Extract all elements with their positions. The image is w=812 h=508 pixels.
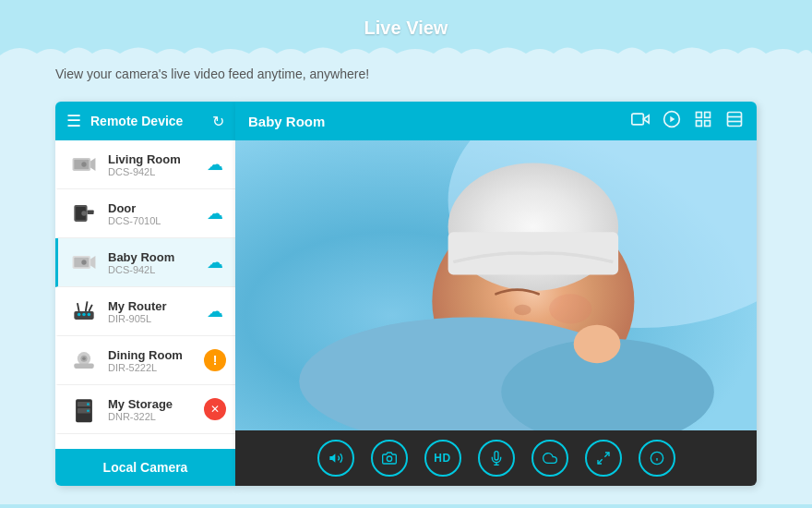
svg-rect-20: [74, 364, 93, 369]
device-model-my-storage: DNR-322L: [108, 411, 197, 422]
svg-rect-32: [705, 112, 710, 117]
svg-rect-28: [632, 114, 644, 125]
svg-point-16: [78, 313, 81, 317]
hd-label: HD: [434, 452, 450, 465]
svg-point-43: [514, 305, 531, 316]
svg-rect-34: [705, 120, 710, 126]
status-icon-my-router: ☁: [204, 300, 226, 322]
cloud-icon: ☁: [207, 252, 223, 272]
device-list: Living Room DCS-942L ☁: [55, 140, 235, 449]
svg-marker-48: [329, 454, 335, 462]
local-camera-button[interactable]: Local Camera: [55, 449, 235, 486]
svg-rect-7: [88, 210, 94, 213]
main-content: ☰ Remote Device ↻ Living Room DCS-942L: [0, 92, 812, 504]
device-info-door: Door DCS-7010L: [108, 201, 197, 226]
device-name-dining-room: Dining Room: [108, 348, 197, 362]
device-name-door: Door: [108, 201, 197, 215]
device-item-door[interactable]: Door DCS-7010L ☁: [55, 189, 235, 238]
device-icon-living-room: [67, 148, 101, 181]
device-item-baby-room[interactable]: Baby Room DCS-942L ☁: [55, 238, 235, 287]
cloud-decoration: [0, 37, 812, 55]
svg-point-11: [81, 260, 86, 264]
svg-point-49: [387, 456, 391, 461]
video-controls-top: [631, 110, 744, 133]
warning-icon: !: [213, 353, 218, 368]
device-item-dining-room[interactable]: Dining Room DIR-5222L !: [55, 336, 235, 385]
video-area: [235, 140, 757, 430]
device-model-baby-room: DCS-942L: [108, 264, 197, 275]
settings-button[interactable]: [531, 440, 568, 477]
menu-icon[interactable]: ☰: [66, 113, 81, 129]
status-icon-dining-room: !: [204, 349, 226, 371]
video-controls-bottom: HD: [235, 430, 757, 486]
status-icon-door: ☁: [204, 202, 226, 224]
play-icon[interactable]: [663, 110, 681, 133]
svg-point-26: [87, 403, 90, 405]
device-icon-dining-room: [67, 344, 101, 377]
subtitle-text: View your camera's live video feed anyti…: [55, 67, 369, 81]
svg-line-52: [604, 453, 609, 457]
device-name-my-router: My Router: [108, 299, 197, 313]
svg-point-22: [82, 357, 86, 360]
video-header: Baby Room: [235, 102, 757, 140]
video-feed: [235, 140, 757, 430]
svg-marker-30: [670, 115, 675, 122]
svg-rect-31: [697, 112, 702, 117]
device-model-living-room: DCS-942L: [108, 166, 197, 177]
device-info-dining-room: Dining Room DIR-5222L: [108, 348, 197, 373]
device-item-my-storage[interactable]: My Storage DNR-322L ✕: [55, 385, 235, 434]
top-bar: Live View: [0, 0, 812, 55]
hd-button[interactable]: HD: [424, 440, 461, 477]
device-model-door: DCS-7010L: [108, 215, 197, 226]
volume-button[interactable]: [317, 440, 354, 477]
svg-point-18: [88, 313, 91, 317]
svg-point-27: [87, 409, 90, 412]
device-icon-my-router: [67, 295, 101, 328]
right-panel: Baby Room: [235, 102, 757, 486]
device-icon-baby-room: [67, 246, 101, 279]
svg-line-53: [598, 459, 603, 464]
device-icon-my-storage: [67, 393, 101, 426]
snapshot-button[interactable]: [371, 440, 408, 477]
svg-rect-35: [728, 112, 742, 126]
cloud-icon: ☁: [207, 203, 223, 224]
info-button[interactable]: [639, 440, 675, 477]
svg-point-3: [81, 162, 86, 166]
device-info-my-storage: My Storage DNR-322L: [108, 397, 197, 422]
local-camera-label: Local Camera: [103, 460, 188, 475]
error-icon: ✕: [210, 403, 220, 416]
status-icon-my-storage: ✕: [204, 398, 226, 420]
status-icon-baby-room: ☁: [204, 251, 226, 273]
svg-point-44: [549, 294, 591, 323]
svg-line-15: [89, 305, 92, 311]
cloud-icon: ☁: [207, 154, 223, 175]
device-item-living-room[interactable]: Living Room DCS-942L ☁: [55, 140, 235, 189]
app-title: Live View: [364, 18, 448, 39]
svg-marker-10: [90, 256, 95, 269]
device-info-living-room: Living Room DCS-942L: [108, 152, 197, 177]
panel-title: Remote Device: [90, 114, 203, 128]
cloud-icon: ☁: [207, 301, 223, 321]
svg-rect-33: [697, 120, 702, 126]
subtitle-bar: View your camera's live video feed anyti…: [0, 55, 812, 92]
panel-header: ☰ Remote Device ↻: [55, 102, 235, 140]
device-name-living-room: Living Room: [108, 152, 197, 166]
status-icon-living-room: ☁: [204, 153, 226, 175]
device-name-baby-room: Baby Room: [108, 250, 197, 264]
camera-icon[interactable]: [631, 110, 650, 133]
device-info-my-router: My Router DIR-905L: [108, 299, 197, 324]
layout-icon[interactable]: [725, 110, 744, 133]
fullscreen-button[interactable]: [585, 440, 622, 477]
svg-line-13: [78, 303, 79, 311]
device-info-baby-room: Baby Room DCS-942L: [108, 250, 197, 275]
left-panel: ☰ Remote Device ↻ Living Room DCS-942L: [55, 102, 235, 486]
microphone-button[interactable]: [478, 440, 515, 477]
grid-icon[interactable]: [694, 110, 712, 133]
svg-line-14: [86, 301, 88, 311]
device-model-dining-room: DIR-5222L: [108, 362, 197, 373]
device-item-my-router[interactable]: My Router DIR-905L ☁: [55, 287, 235, 336]
svg-marker-2: [90, 158, 95, 171]
refresh-icon[interactable]: ↻: [212, 113, 224, 130]
device-name-my-storage: My Storage: [108, 397, 197, 411]
device-model-my-router: DIR-905L: [108, 313, 197, 324]
